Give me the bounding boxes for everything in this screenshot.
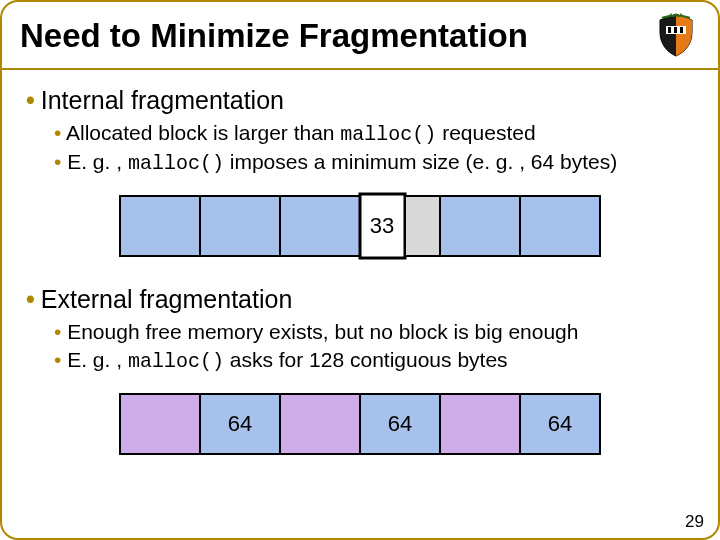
slide: Need to Minimize Fragmentation •Internal… <box>0 0 720 540</box>
svg-rect-1 <box>668 27 671 33</box>
memory-block <box>520 196 600 256</box>
section-heading-internal: •Internal fragmentation <box>26 86 694 115</box>
block-label-33: 33 <box>370 213 394 238</box>
text: Enough free memory exists, but no block … <box>67 320 578 343</box>
block-label-64: 64 <box>228 411 252 436</box>
svg-rect-2 <box>674 27 677 33</box>
text: asks for 128 contiguous bytes <box>224 348 508 371</box>
external-sublist: Enough free memory exists, but no block … <box>26 318 694 375</box>
memory-block <box>440 196 520 256</box>
external-fragmentation-diagram: 64 64 64 <box>26 389 694 459</box>
internal-fragmentation-diagram: 33 <box>26 191 694 261</box>
svg-rect-3 <box>680 27 683 33</box>
text: requested <box>436 121 535 144</box>
slide-body: •Internal fragmentation Allocated block … <box>2 70 718 459</box>
heading-text: Internal fragmentation <box>41 86 284 114</box>
title-bar: Need to Minimize Fragmentation <box>2 2 718 70</box>
memory-block <box>120 196 200 256</box>
code-malloc: malloc() <box>128 350 224 373</box>
memory-block <box>280 196 360 256</box>
memory-block <box>440 394 520 454</box>
list-item: Enough free memory exists, but no block … <box>54 318 694 346</box>
page-number: 29 <box>685 512 704 532</box>
text: E. g. , <box>67 348 128 371</box>
code-malloc: malloc() <box>128 152 224 175</box>
internal-sublist: Allocated block is larger than malloc() … <box>26 119 694 177</box>
block-label-64: 64 <box>548 411 572 436</box>
section-heading-external: •External fragmentation <box>26 285 694 314</box>
list-item: E. g. , malloc() imposes a minimum size … <box>54 148 694 177</box>
bullet-icon: • <box>26 285 35 313</box>
list-item: Allocated block is larger than malloc() … <box>54 119 694 148</box>
block-label-64: 64 <box>388 411 412 436</box>
code-malloc: malloc() <box>340 123 436 146</box>
crest-icon <box>652 10 700 62</box>
text: E. g. , <box>67 150 128 173</box>
list-item: E. g. , malloc() asks for 128 contiguous… <box>54 346 694 375</box>
slide-title: Need to Minimize Fragmentation <box>20 17 528 55</box>
text: imposes a minimum size (e. g. , 64 bytes… <box>224 150 617 173</box>
wasted-block <box>405 196 440 256</box>
bullet-icon: • <box>26 86 35 114</box>
memory-block <box>280 394 360 454</box>
memory-block <box>120 394 200 454</box>
heading-text: External fragmentation <box>41 285 293 313</box>
memory-block <box>200 196 280 256</box>
text: Allocated block is larger than <box>66 121 340 144</box>
